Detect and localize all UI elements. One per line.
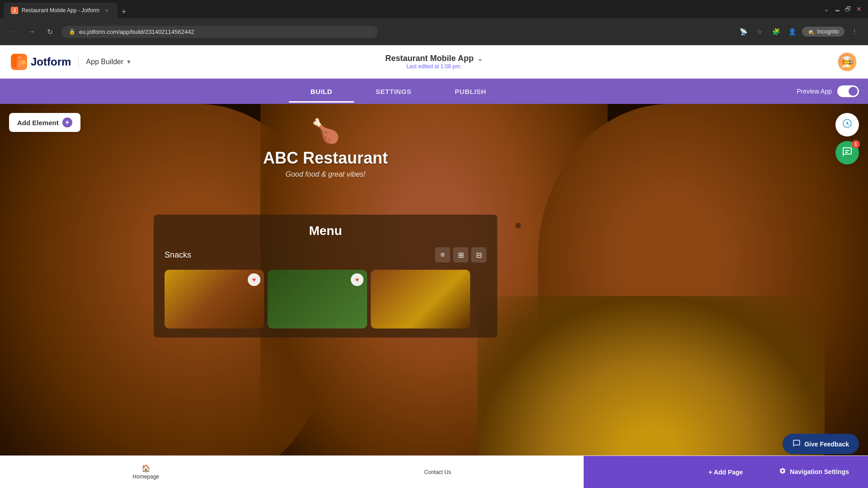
chat-icon [842,146,853,160]
window-controls: ⌄ 🗕 🗗 ✕ [817,0,868,18]
preview-app-label: Preview App [797,88,832,95]
extensions-icon[interactable]: 🧩 [769,25,782,38]
restaurant-name: ABC Restaurant [154,149,497,168]
menu-container: Menu Snacks ≡ ⊞ ⊟ ♥ [154,215,497,338]
restaurant-tagline: Good food & great vibes! [154,170,497,178]
menu-item-heart-2[interactable]: ♥ [351,273,363,286]
chat-button[interactable]: 1 [835,141,859,164]
preview-app-section: Preview App [797,85,859,97]
menu-item-bg-3 [371,270,470,328]
preview-toggle[interactable] [837,85,859,97]
header-right: 🧑‍🍳 [837,52,857,72]
tab-close-button[interactable]: × [103,7,110,14]
nav-tabs: BUILD SETTINGS PUBLISH [0,80,797,103]
new-tab-button[interactable]: + [118,5,130,18]
svg-point-8 [846,122,848,124]
homepage-label: Homepage [132,474,159,480]
logo-text: Jotform [31,56,71,68]
give-feedback-button[interactable]: Give Feedback [783,434,859,454]
incognito-icon: 🕵 [807,28,814,35]
menu-item-card-3 [371,270,470,328]
menu-items-preview: ♥ ♥ [154,270,497,328]
tab-title: Restaurant Mobile App - Jotform [22,7,99,14]
gear-icon [779,467,786,476]
browser-chrome: J Restaurant Mobile App - Jotform × + ⌄ … [0,0,868,45]
menu-item-heart-1[interactable]: ♥ [248,273,260,286]
navigation-settings-button[interactable]: Navigation Settings [769,462,859,481]
category-name: Snacks [165,250,191,260]
tab-maximize-button[interactable]: 🗗 [844,5,852,13]
main-content: 🍗 ABC Restaurant Good food & great vibes… [0,104,868,488]
contact-label: Contact Us [424,469,451,475]
menu-button[interactable]: ⋮ [848,25,861,38]
feedback-badge: 1 [852,140,860,148]
jotform-logo[interactable]: Jotform [11,54,71,70]
active-tab[interactable]: J Restaurant Mobile App - Jotform × [4,3,118,18]
add-element-button[interactable]: Add Element + [9,113,80,132]
tab-publish[interactable]: PUBLISH [433,80,508,103]
app-builder-label: App Builder [86,58,123,66]
ai-assistant-button[interactable] [835,113,859,136]
tab-favicon: J [11,7,18,14]
nav-homepage[interactable]: 🏠 Homepage [0,460,292,483]
window-close-button[interactable]: ✕ [855,5,863,13]
chevron-down-icon: ▼ [126,59,132,65]
avatar[interactable]: 🧑‍🍳 [837,52,857,72]
star-icon[interactable]: ☆ [753,25,766,38]
menu-item-card-1: ♥ [165,270,264,328]
nav-contact-us[interactable]: Contact Us [292,465,583,479]
forward-button[interactable]: → [25,25,38,38]
svg-point-3 [13,56,16,59]
incognito-button[interactable]: 🕵 Incognito [802,27,844,37]
menu-category-row: Snacks ≡ ⊞ ⊟ [154,244,497,266]
tab-build[interactable]: BUILD [289,80,354,103]
incognito-label: Incognito [817,28,839,35]
svg-text:J: J [13,8,16,13]
nav-bar: BUILD SETTINGS PUBLISH Preview App [0,79,868,104]
url-bar[interactable]: 🔒 eu.jotform.com/app/build/2314021145624… [61,26,378,38]
give-feedback-label: Give Feedback [804,441,849,448]
menu-item-card-2: ♥ [268,270,367,328]
reload-button[interactable]: ↻ [43,25,56,38]
svg-point-4 [18,56,22,59]
bottom-nav: 🏠 Homepage Contact Us + Add Page [0,455,868,488]
grid3-view-button[interactable]: ⊟ [471,247,486,263]
app-header: Jotform App Builder ▼ Restaurant Mobile … [0,45,868,79]
feedback-chat-icon [793,439,801,449]
browser-actions: 📡 ☆ 🧩 👤 🕵 Incognito ⋮ [737,25,861,38]
browser-tabs: J Restaurant Mobile App - Jotform × + ⌄ … [0,0,868,18]
restaurant-logo-icon: 🍗 [154,117,497,145]
cast-icon[interactable]: 📡 [737,25,750,38]
logo-icon [11,54,27,70]
app-name-chevron-icon: ⌄ [477,55,483,62]
add-page-label: + Add Page [708,469,743,476]
view-icons: ≡ ⊞ ⊟ [435,247,486,263]
tab-close-x-button[interactable]: 🗕 [834,5,841,13]
menu-title: Menu [154,224,497,238]
ai-icon [842,118,853,131]
svg-rect-7 [22,60,25,65]
hero-section: 🍗 ABC Restaurant Good food & great vibes… [154,117,497,178]
svg-rect-5 [13,60,16,67]
tab-minimize-button[interactable]: ⌄ [823,5,830,13]
url-text: eu.jotform.com/app/build/231402114562442 [79,28,194,35]
plus-icon: + [62,117,72,127]
lock-icon: 🔒 [69,28,75,35]
add-element-label: Add Element [17,119,59,127]
grid2-view-button[interactable]: ⊞ [453,247,468,263]
app-name[interactable]: Restaurant Mobile App ⌄ [385,54,482,63]
back-button[interactable]: ← [7,25,20,38]
svg-rect-9 [845,150,849,151]
last-edited-text: Last edited at 1:08 pm. [385,63,482,70]
list-view-button[interactable]: ≡ [435,247,450,263]
profile-icon[interactable]: 👤 [786,25,798,38]
header-center: Restaurant Mobile App ⌄ Last edited at 1… [385,54,482,70]
address-bar: ← → ↻ 🔒 eu.jotform.com/app/build/2314021… [0,18,868,45]
app-builder-button[interactable]: App Builder ▼ [86,58,132,66]
svg-rect-10 [845,152,848,153]
header-divider [78,55,79,69]
svg-rect-6 [18,60,22,67]
home-icon: 🏠 [142,464,151,473]
tab-settings[interactable]: SETTINGS [354,80,433,103]
nav-settings-label: Navigation Settings [790,468,849,475]
